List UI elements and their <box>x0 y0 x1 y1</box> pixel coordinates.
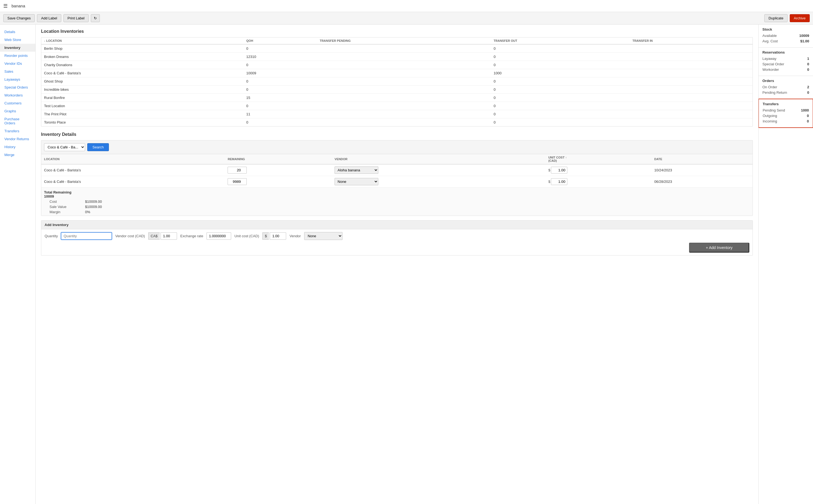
sidebar-item-vendor-returns[interactable]: Vendor Returns <box>0 135 35 143</box>
unit-cost-detail-input[interactable] <box>551 167 567 174</box>
add-label-button[interactable]: Add Label <box>37 14 61 22</box>
cell-location: Incredible bikes <box>41 86 244 94</box>
cell-transfer-pending <box>317 53 491 61</box>
col-transfer-out: TRANSFER OUT <box>491 37 630 44</box>
workorder-row: Workorder 0 <box>762 68 809 72</box>
cell-location: Toronto Place <box>41 118 244 127</box>
cell-transfer-out: 0 <box>491 102 630 110</box>
print-label-button[interactable]: Print Label <box>63 14 89 22</box>
unit-cost-detail-input[interactable] <box>551 178 567 185</box>
sidebar-item-reorder-points[interactable]: Reorder points <box>0 52 35 60</box>
sidebar-item-customers[interactable]: Customers <box>0 99 35 107</box>
cell-transfer-in <box>630 110 753 118</box>
unit-cost-prefix: $ <box>262 232 286 240</box>
pending-send-value: 1000 <box>801 108 809 112</box>
sidebar-item-details[interactable]: Details <box>0 28 35 36</box>
cell-location: Ghost Shop <box>41 77 244 86</box>
add-inventory-section: Add Inventory Quantity Vendor cost (CAD)… <box>41 220 753 256</box>
table-row: Incredible bikes 0 0 <box>41 86 753 94</box>
cell-transfer-pending <box>317 77 491 86</box>
table-row: The Print Pilot 11 0 <box>41 110 753 118</box>
stock-title: Stock <box>762 27 809 31</box>
right-panel: Stock Available 10009 Avg. Cost $1.00 Re… <box>758 25 813 504</box>
sale-value-value: $10009.00 <box>85 205 750 209</box>
archive-button[interactable]: Archive <box>790 14 810 22</box>
detail-col-vendor: VENDOR <box>332 154 545 164</box>
exchange-rate-input[interactable] <box>207 232 231 240</box>
detail-col-date: DATE <box>652 154 753 164</box>
layaway-value: 1 <box>807 57 809 61</box>
sidebar-item-special-orders[interactable]: Special Orders <box>0 83 35 91</box>
cell-qoh: 0 <box>244 77 317 86</box>
inventory-detail-table: LOCATION REMAINING VENDOR UNIT COST ↑(CA… <box>41 154 753 187</box>
avg-cost-value: $1.00 <box>800 39 809 43</box>
cell-qoh: 12310 <box>244 53 317 61</box>
cell-transfer-pending <box>317 86 491 94</box>
sidebar-item-web-store[interactable]: Web Store <box>0 36 35 44</box>
inventory-details-section: Inventory Details Coco & Café - Ba... Se… <box>41 132 753 216</box>
cell-location: Test Location <box>41 102 244 110</box>
sidebar-item-merge[interactable]: Merge <box>0 151 35 159</box>
vendor-cost-prefix-text: CA$ <box>148 232 160 240</box>
layaway-row: Layaway 1 <box>762 57 809 61</box>
vendor-select[interactable]: None <box>335 178 378 185</box>
cell-location: Coco & Café - Barista's <box>41 69 244 77</box>
duplicate-button[interactable]: Duplicate <box>764 14 787 22</box>
sidebar-item-layaways[interactable]: Layaways <box>0 75 35 83</box>
special-order-row: Special Order 0 <box>762 62 809 66</box>
sidebar-item-history[interactable]: History <box>0 143 35 151</box>
remaining-input[interactable] <box>228 167 247 174</box>
detail-cell-remaining <box>225 176 332 187</box>
outgoing-value: 0 <box>807 114 809 118</box>
sidebar-item-sales[interactable]: Sales <box>0 68 35 75</box>
remaining-input[interactable] <box>228 178 247 185</box>
reservations-title: Reservations <box>762 50 809 54</box>
hamburger-icon[interactable]: ☰ <box>3 3 8 9</box>
sidebar-item-inventory[interactable]: Inventory <box>0 44 35 52</box>
table-row: Berlin Shop 0 0 <box>41 44 753 53</box>
sidebar-item-workorders[interactable]: Workorders <box>0 91 35 99</box>
cost-value: $10009.00 <box>85 200 750 204</box>
quantity-label: Quantity <box>45 234 58 238</box>
location-filter-select[interactable]: Coco & Café - Ba... <box>44 143 85 151</box>
search-button[interactable]: Search <box>87 143 109 151</box>
cell-qoh: 0 <box>244 61 317 69</box>
sidebar-item-purchase-orders[interactable]: Purchase Orders <box>0 115 35 127</box>
vendor-select[interactable]: None <box>304 232 343 240</box>
sidebar-item-transfers[interactable]: Transfers <box>0 127 35 135</box>
quantity-input[interactable] <box>61 232 112 240</box>
col-transfer-pending: TRANSFER PENDING <box>317 37 491 44</box>
table-row: Coco & Café - Barista's 10009 1000 <box>41 69 753 77</box>
special-order-value: 0 <box>807 62 809 66</box>
save-changes-button[interactable]: Save Changes <box>3 14 35 22</box>
vendor-select[interactable]: Aloha banana <box>335 166 378 174</box>
filter-row: Coco & Café - Ba... Search <box>41 140 753 154</box>
table-row: Ghost Shop 0 0 <box>41 77 753 86</box>
sidebar-item-graphs[interactable]: Graphs <box>0 107 35 115</box>
orders-section: Orders On Order 2 Pending Return 0 <box>759 76 813 99</box>
refresh-button[interactable]: ↻ <box>91 14 100 22</box>
unit-cost-input[interactable] <box>270 232 286 240</box>
cell-transfer-out: 0 <box>491 44 630 53</box>
exchange-rate-label: Exchange rate <box>180 234 203 238</box>
detail-table-wrapper: LOCATION REMAINING VENDOR UNIT COST ↑(CA… <box>41 154 753 216</box>
cell-transfer-in <box>630 61 753 69</box>
cell-transfer-out: 0 <box>491 61 630 69</box>
table-row: Test Location 0 0 <box>41 102 753 110</box>
main-layout: DetailsWeb StoreInventoryReorder pointsV… <box>0 25 813 504</box>
col-location: ↓ LOCATION <box>41 37 244 44</box>
cell-qoh: 10009 <box>244 69 317 77</box>
transfers-section: Transfers Pending Send 1000 Outgoing 0 I… <box>758 99 813 128</box>
sidebar-item-vendor-ids[interactable]: Vendor IDs <box>0 60 35 68</box>
available-value: 10009 <box>799 34 809 38</box>
location-inventories-title: Location Inventories <box>41 29 753 34</box>
orders-title: Orders <box>762 79 809 83</box>
cell-qoh: 0 <box>244 102 317 110</box>
detail-cell-unit-cost: $ <box>545 164 651 176</box>
vendor-cost-input[interactable] <box>160 232 177 240</box>
incoming-row: Incoming 0 <box>763 119 809 123</box>
incoming-value: 0 <box>807 119 809 123</box>
add-inventory-button[interactable]: + Add Inventory <box>689 243 749 253</box>
cell-transfer-out: 1000 <box>491 69 630 77</box>
add-inventory-header: Add Inventory <box>41 221 753 229</box>
